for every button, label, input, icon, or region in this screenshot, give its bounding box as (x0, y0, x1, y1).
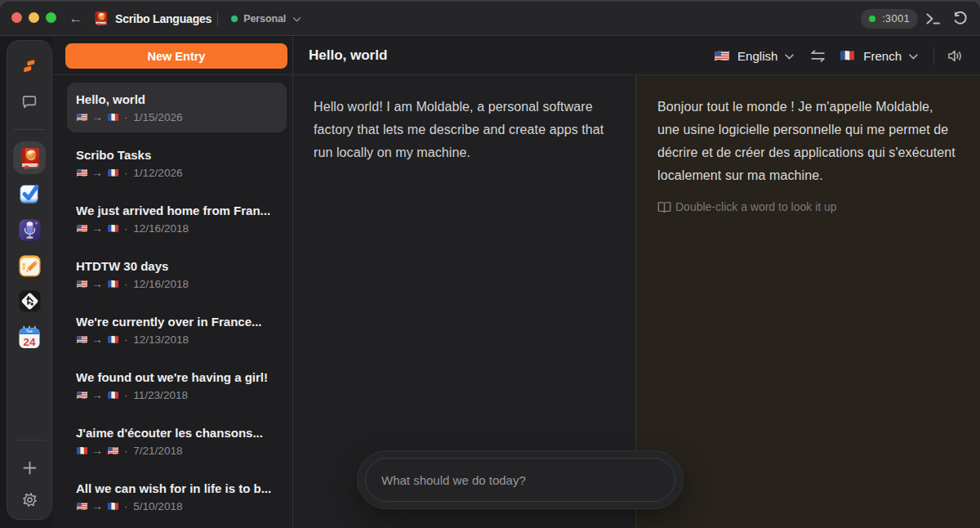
svg-text:24: 24 (23, 336, 36, 348)
svg-text:Tue: Tue (26, 329, 33, 333)
